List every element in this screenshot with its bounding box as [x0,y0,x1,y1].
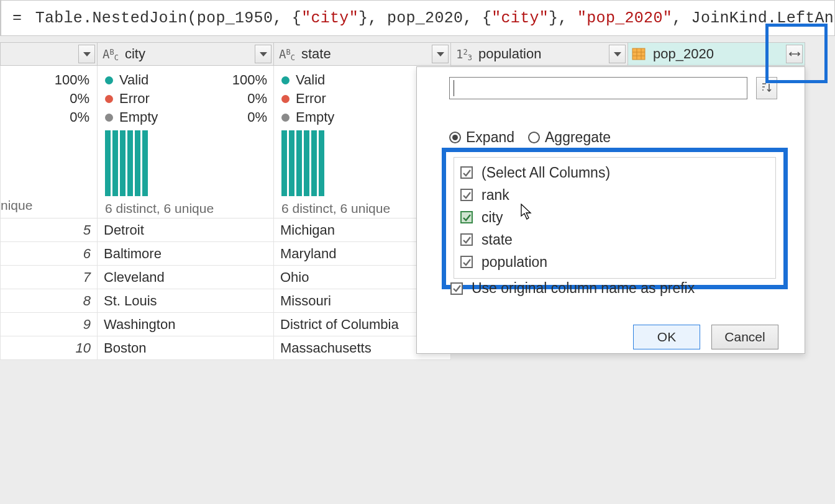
empty-pct: 0% [247,109,267,125]
empty-label: Empty [119,109,158,125]
valid-dot-icon [105,76,113,84]
cell-city[interactable]: Cleveland [98,266,274,289]
cell-city[interactable]: Boston [98,336,274,360]
empty-pct: 0% [70,109,89,125]
formula-text[interactable]: = Table.NestedJoin(pop_1950, {"city"}, p… [1,9,835,27]
error-pct: 0% [247,91,267,107]
cell-rank[interactable]: 6 [0,242,98,266]
checkbox-label: rank [481,187,509,204]
checkbox-city[interactable]: city [460,206,769,228]
valid-pct: 100% [232,72,267,88]
column-filter-population[interactable] [609,45,626,63]
table-type-icon [632,48,646,60]
column-header-state[interactable]: ABC state [274,42,451,66]
checkbox-icon [450,282,463,295]
radio-label: Aggregate [545,129,611,146]
column-list-highlight: (Select All Columns) rank city state pop… [442,148,788,289]
checkbox-icon [460,211,473,223]
formula-equals: = [12,9,22,27]
radio-expand[interactable]: Expand [449,129,514,146]
column-list: (Select All Columns) rank city state pop… [454,157,776,279]
text-cursor [454,80,454,96]
radio-icon [528,132,540,143]
checkbox-state[interactable]: state [460,228,769,251]
checkbox-icon [460,233,473,246]
column-filter-state[interactable] [432,45,449,63]
valid-label: Valid [119,72,148,88]
column-name-city: city [125,46,145,62]
formula-arg-4: "city" [491,9,549,27]
checkbox-icon [460,166,473,179]
checkbox-population[interactable]: population [460,251,769,273]
expand-mode-radio-group: Expand Aggregate [449,129,790,146]
cell-city[interactable]: Detroit [98,218,274,242]
checkbox-rank[interactable]: rank [460,184,769,206]
expand-column-button[interactable] [786,45,803,63]
checkbox-icon [460,256,473,268]
checkbox-label: state [481,232,513,248]
error-pct: 0% [70,91,89,107]
cell-city[interactable]: Washington [98,313,274,336]
distinct-label: 6 distinct, 6 unique [105,201,267,216]
quality-rank: 100% 0% 0% nique [0,66,98,218]
error-dot-icon [281,95,290,103]
error-label: Error [296,91,326,107]
empty-dot-icon [105,114,113,122]
number-type-icon: 123 [456,47,472,61]
cell-city[interactable]: St. Louis [98,289,274,313]
checkbox-label: city [481,209,503,226]
cell-city[interactable]: Baltimore [98,242,274,266]
svg-rect-0 [632,48,645,60]
distribution-bars [105,130,267,196]
formula-arg-6: JoinKind.LeftAnti [691,9,835,27]
checkbox-label: Use original column name as prefix [472,280,695,297]
valid-label: Valid [296,72,325,88]
valid-pct: 100% [55,72,89,88]
column-header-population[interactable]: 123 population [451,42,628,66]
column-header-row: ABC city ABC state 123 population pop_20… [0,42,805,66]
checkbox-select-all[interactable]: (Select All Columns) [460,161,769,184]
empty-dot-icon [281,114,290,122]
radio-aggregate[interactable]: Aggregate [528,129,611,146]
cell-rank[interactable]: 8 [0,289,98,313]
column-name-state: state [301,46,331,62]
formula-arg-2: "city" [301,9,358,27]
checkbox-icon [460,189,473,201]
column-filter-city[interactable] [255,45,271,63]
expand-column-panel: Expand Aggregate (Select All Columns) ra… [416,66,805,354]
quality-city: Valid100% Error0% Empty0% 6 distinct, 6 … [98,66,274,218]
column-filter-rank[interactable] [78,45,95,63]
ok-button[interactable]: OK [633,325,700,349]
checkbox-label: (Select All Columns) [481,164,610,181]
cell-rank[interactable]: 5 [0,218,98,242]
checkbox-label: population [481,254,547,271]
cell-rank[interactable]: 9 [0,313,98,336]
error-dot-icon [105,95,113,103]
expand-search-input[interactable] [449,77,747,99]
formula-bar[interactable]: = Table.NestedJoin(pop_1950, {"city"}, p… [0,0,835,36]
radio-icon [449,132,461,143]
dialog-buttons: OK Cancel [633,325,778,349]
formula-arg-5: "pop_2020" [577,9,672,27]
sort-columns-button[interactable] [756,77,777,99]
valid-dot-icon [281,76,290,84]
column-header-city[interactable]: ABC city [98,42,274,66]
error-label: Error [119,91,150,107]
cell-rank[interactable]: 10 [0,336,98,360]
cancel-button[interactable]: Cancel [711,325,778,349]
distinct-label-cut: nique [1,198,32,213]
empty-label: Empty [296,109,334,125]
column-header-rank[interactable] [0,42,98,66]
formula-arg-1: pop_1950 [197,9,273,27]
text-type-icon: ABC [279,47,295,61]
formula-function: Table.NestedJoin [35,9,188,27]
column-name-pop2020: pop_2020 [653,46,714,62]
checkbox-use-prefix[interactable]: Use original column name as prefix [450,280,695,297]
text-type-icon: ABC [103,47,119,61]
radio-label: Expand [466,129,514,146]
cell-rank[interactable]: 7 [0,266,98,289]
formula-arg-3: pop_2020 [387,9,463,27]
column-name-population: population [478,46,542,62]
column-header-pop2020[interactable]: pop_2020 [628,42,805,66]
